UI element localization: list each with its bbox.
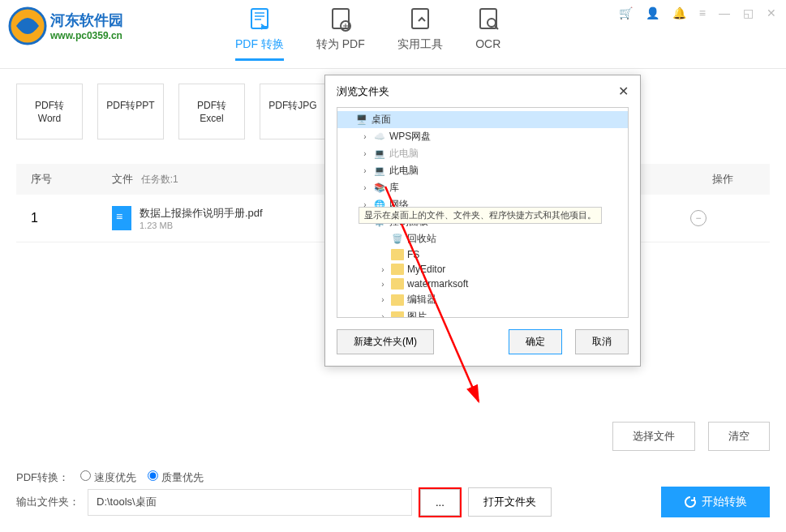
bell-icon[interactable]: 🔔 — [672, 6, 686, 19]
tab-to-pdf[interactable]: 转为 PDF — [316, 6, 365, 61]
quality-radio[interactable]: 质量优先 — [148, 470, 204, 485]
output-path-input[interactable] — [88, 489, 412, 516]
window-controls: 🛒 👤 🔔 ≡ — ◱ ✕ — [619, 6, 776, 19]
tree-tooltip: 显示在桌面上的文件、文件夹、程序快捷方式和其他项目。 — [359, 207, 602, 224]
close-icon[interactable]: ✕ — [767, 6, 776, 19]
tree-item[interactable]: ›编辑器 — [337, 291, 628, 308]
new-folder-button[interactable]: 新建文件夹(M) — [337, 329, 434, 354]
start-convert-button[interactable]: 开始转换 — [661, 487, 770, 517]
browse-button[interactable]: ... — [420, 489, 460, 516]
tree-item[interactable]: ›watermarksoft — [337, 277, 628, 291]
row-index: 1 — [31, 211, 112, 225]
menu-icon[interactable]: ≡ — [699, 6, 706, 19]
tree-item[interactable]: FS — [337, 247, 628, 262]
dialog-title: 浏览文件夹 — [337, 84, 389, 99]
cancel-button[interactable]: 取消 — [575, 329, 629, 354]
logo-title: 河东软件园 — [50, 11, 123, 30]
col-index: 序号 — [31, 172, 112, 187]
document-convert-icon — [247, 6, 273, 32]
document-arrow-icon — [328, 6, 354, 32]
tree-item[interactable]: ›📚库 — [337, 179, 628, 196]
tree-item[interactable]: ›💻此电脑 — [337, 162, 628, 179]
logo-url: www.pc0359.cn — [50, 30, 123, 41]
ok-button[interactable]: 确定 — [509, 329, 562, 354]
subtab-pdf-word[interactable]: PDF转Word — [16, 84, 83, 139]
svg-rect-1 — [251, 9, 268, 28]
tab-pdf-convert[interactable]: PDF 转换 — [235, 6, 284, 61]
pdf-file-icon — [112, 206, 131, 230]
svg-point-6 — [487, 19, 496, 27]
cart-icon[interactable]: 🛒 — [619, 6, 633, 19]
remove-file-button[interactable]: − — [690, 210, 707, 226]
main-tabs: PDF 转换 转为 PDF 实用工具 OCR — [235, 6, 501, 61]
subtab-pdf-excel[interactable]: PDF转Excel — [178, 84, 245, 139]
clear-button[interactable]: 清空 — [708, 422, 770, 451]
minimize-icon[interactable]: — — [719, 6, 730, 19]
dialog-close-button[interactable]: ✕ — [618, 84, 629, 99]
refresh-icon — [684, 496, 697, 508]
tab-ocr[interactable]: OCR — [475, 6, 501, 61]
subtab-pdf-ppt[interactable]: PDF转PPT — [97, 84, 164, 139]
subtab-pdf-jpg[interactable]: PDF转JPG — [260, 84, 326, 139]
user-icon[interactable]: 👤 — [646, 6, 659, 19]
output-label: 输出文件夹： — [16, 495, 79, 509]
document-hand-icon — [407, 6, 433, 32]
output-row: 输出文件夹： ... 打开文件夹 开始转换 — [16, 487, 770, 517]
action-buttons: 选择文件 清空 — [612, 422, 770, 451]
logo-area: 河东软件园 www.pc0359.cn — [8, 6, 170, 45]
app-header: 河东软件园 www.pc0359.cn PDF 转换 转为 PDF 实用工具 O… — [0, 0, 786, 69]
open-folder-button[interactable]: 打开文件夹 — [468, 487, 552, 517]
tab-tools[interactable]: 实用工具 — [397, 6, 443, 61]
tree-item[interactable]: 🗑️回收站 — [337, 230, 628, 247]
tree-item[interactable]: ›图片 — [337, 308, 628, 318]
document-search-icon — [475, 6, 501, 32]
app-logo-icon — [8, 6, 47, 45]
file-name: 数据上报操作说明手册.pdf — [140, 206, 263, 221]
tree-item[interactable]: ›💻此电脑 — [337, 145, 628, 162]
select-file-button[interactable]: 选择文件 — [612, 422, 695, 451]
conversion-mode: PDF转换： 速度优先 质量优先 — [16, 470, 204, 485]
tree-item[interactable]: ›MyEditor — [337, 262, 628, 277]
col-operation: 操作 — [690, 172, 755, 187]
mode-label: PDF转换： — [16, 470, 69, 485]
speed-radio[interactable]: 速度优先 — [80, 470, 136, 485]
maximize-icon[interactable]: ◱ — [743, 6, 754, 19]
tree-item[interactable]: 🖥️桌面 — [337, 111, 628, 128]
file-size: 1.23 MB — [140, 221, 263, 230]
tree-item[interactable]: ›☁️WPS网盘 — [337, 128, 628, 145]
